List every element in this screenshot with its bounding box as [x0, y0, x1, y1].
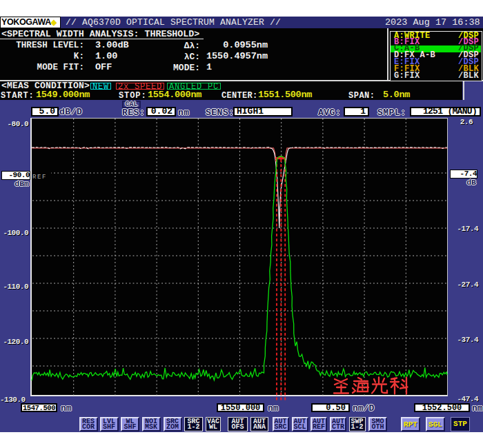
svg-text:REF: REF	[32, 174, 47, 181]
